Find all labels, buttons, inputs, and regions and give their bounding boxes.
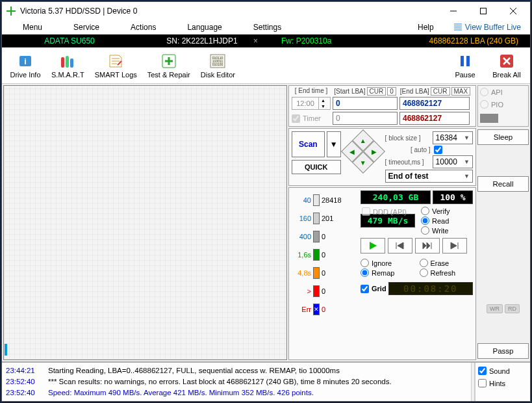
right-sidebar: API PIO Sleep Recall WR RD Passp: [477, 85, 529, 360]
recall-button[interactable]: Recall: [477, 176, 529, 192]
play-button[interactable]: [361, 238, 385, 254]
surface-map[interactable]: [3, 85, 287, 360]
block-stats: 4028418 160201 4000 1,6s0 4,8s0 >0 Err✕0: [292, 190, 357, 357]
test-repair-button[interactable]: Test & Repair: [142, 51, 196, 80]
surface-cursor: [5, 344, 7, 356]
main-area: [ End time ] [Start LBA] CUR 0 [End LBA]…: [2, 84, 530, 361]
start-cur-button[interactable]: CUR: [367, 87, 386, 96]
next-button[interactable]: [442, 238, 467, 254]
speed-readout: 479 MB/s: [361, 214, 415, 228]
menu-language[interactable]: Language: [171, 21, 237, 33]
toolbar: i Drive Info S.M.A.R.T SMART Logs Test &…: [2, 47, 530, 84]
prev-button[interactable]: [388, 238, 412, 254]
break-icon: [500, 54, 514, 68]
svg-rect-0: [481, 8, 487, 14]
stat-400: 4000: [292, 229, 357, 244]
pause-icon: [459, 55, 472, 68]
end-time-stepper[interactable]: ▲▼: [292, 97, 331, 110]
scan-dropdown-button[interactable]: ▼: [327, 131, 341, 157]
erase-radio[interactable]: Erase: [420, 259, 474, 267]
start-lba-input[interactable]: [333, 97, 398, 110]
log-row: 23:44:21Starting Reading, LBA=0..4688621…: [6, 365, 467, 376]
stat-gt: >0: [292, 284, 357, 298]
read-radio[interactable]: Read: [421, 216, 473, 225]
rd-tag: RD: [505, 304, 520, 313]
end-action-select[interactable]: End of test▼: [385, 170, 473, 183]
menu-menu[interactable]: Menu: [7, 21, 58, 33]
scan-button[interactable]: Scan: [292, 131, 325, 157]
timer-end-input[interactable]: [399, 112, 470, 125]
timer-start-input[interactable]: [333, 112, 398, 125]
quick-button[interactable]: QUICK: [292, 160, 341, 174]
hints-checkbox[interactable]: Hints: [478, 379, 527, 387]
end-max-button[interactable]: MAX: [451, 87, 471, 96]
disk-editor-button[interactable]: 010110110011010100 Disk Editor: [196, 51, 240, 80]
disk-editor-icon: 010110110011010100: [209, 53, 226, 69]
stat-4-8s: 4,8s0: [292, 266, 357, 280]
svg-rect-11: [461, 56, 464, 66]
sound-checkbox[interactable]: Sound: [478, 367, 527, 375]
menu-service[interactable]: Service: [58, 21, 115, 33]
device-lba: 468862128 LBA (240 GB): [371, 36, 530, 46]
menu-help[interactable]: Help: [402, 21, 450, 33]
stat-160: 160201: [292, 211, 357, 226]
timeout-select[interactable]: 10000▼: [433, 155, 473, 168]
write-radio[interactable]: Write: [421, 226, 473, 235]
auto-checkbox[interactable]: [434, 146, 442, 154]
log-body[interactable]: 23:44:21Starting Reading, LBA=0..4688621…: [2, 363, 471, 401]
device-sn: SN: 2K222L1HJDP1×: [137, 36, 267, 46]
break-all-button[interactable]: Break All: [486, 51, 527, 80]
menubar: Menu Service Actions Language Settings H…: [2, 20, 530, 34]
readout-column: 240,03 GB 100 % 479 MB/s Verify Read Wri…: [361, 190, 473, 357]
pio-radio[interactable]: PIO: [480, 100, 526, 109]
svg-rect-4: [66, 56, 69, 68]
smart-logs-button[interactable]: SMART Logs: [90, 51, 142, 80]
elapsed-clock: 00:08:20: [388, 282, 473, 295]
buffer-icon: [453, 23, 462, 31]
smart-button[interactable]: S.M.A.R.T: [46, 51, 90, 80]
stats-panel: 4028418 160201 4000 1,6s0 4,8s0 >0 Err✕0…: [288, 187, 476, 360]
ignore-radio[interactable]: Ignore: [361, 259, 414, 267]
close-button[interactable]: [500, 2, 530, 20]
size-readout: 240,03 GB: [361, 190, 431, 204]
sleep-button[interactable]: Sleep: [477, 129, 529, 145]
app-icon: [6, 6, 16, 16]
svg-rect-12: [466, 56, 470, 66]
window-controls: [440, 2, 530, 20]
window-title: Victoria 5.37 HDD/SSD | Device 0: [20, 6, 440, 16]
view-buffer-live[interactable]: View Buffer Live: [450, 21, 525, 33]
end-time-input[interactable]: [292, 99, 318, 107]
device-fw: Fw: P200310a: [267, 36, 371, 46]
pause-button[interactable]: Pause: [444, 51, 486, 80]
menu-actions[interactable]: Actions: [115, 21, 171, 33]
end-lba-input[interactable]: [399, 97, 470, 110]
remap-radio[interactable]: Remap: [361, 268, 414, 277]
smart-icon: [59, 53, 76, 69]
scan-action-panel: Scan ▼ QUICK ▲ ▼ ◀ ▶ [ block size ] 1638…: [288, 128, 476, 186]
clear-sn-icon[interactable]: ×: [247, 36, 264, 46]
grid-checkbox[interactable]: Grid: [361, 285, 386, 293]
api-radio[interactable]: API: [480, 88, 526, 96]
svg-text:010100: 010100: [212, 62, 223, 66]
device-model: ADATA SU650: [2, 36, 137, 46]
end-cur-button[interactable]: CUR: [431, 87, 450, 96]
drive-info-button[interactable]: i Drive Info: [5, 51, 46, 80]
percent-readout: 100 %: [433, 190, 473, 204]
io-indicator: [480, 114, 498, 123]
maximize-button[interactable]: [470, 2, 500, 20]
ddd-checkbox[interactable]: DDD (API): [362, 207, 414, 216]
refresh-radio[interactable]: Refresh: [420, 268, 474, 277]
api-panel: API PIO: [477, 85, 529, 127]
menu-settings[interactable]: Settings: [238, 21, 297, 33]
test-repair-icon: [161, 53, 177, 69]
timer-checkbox[interactable]: Timer: [292, 114, 331, 123]
block-size-select[interactable]: 16384▼: [433, 131, 473, 144]
minimize-button[interactable]: [440, 2, 470, 20]
start-zero-button[interactable]: 0: [387, 87, 396, 96]
passp-button[interactable]: Passp: [477, 343, 529, 359]
skip-button[interactable]: [415, 238, 440, 254]
stat-40: 4028418: [292, 193, 357, 207]
app-window: Victoria 5.37 HDD/SSD | Device 0 Menu Se…: [1, 1, 531, 402]
svg-rect-3: [61, 57, 64, 68]
verify-radio[interactable]: Verify: [421, 207, 473, 215]
